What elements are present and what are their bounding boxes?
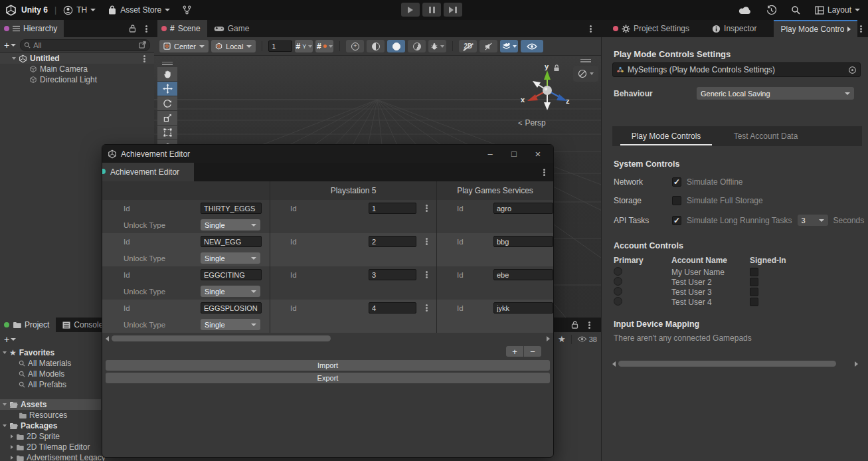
hierarchy-item-directional-light[interactable]: Directional Light bbox=[0, 74, 154, 85]
export-button[interactable]: Export bbox=[106, 373, 550, 383]
add-row-button[interactable]: + bbox=[506, 346, 523, 357]
effects-toggle-button[interactable] bbox=[408, 40, 426, 52]
simulate-full-storage-checkbox[interactable] bbox=[672, 196, 681, 205]
shading-mode-button[interactable]: + bbox=[346, 40, 364, 52]
add-object-caret[interactable] bbox=[11, 44, 16, 46]
object-picker-icon[interactable] bbox=[848, 66, 857, 74]
panel-menu-icon[interactable] bbox=[145, 28, 147, 30]
ps5-id-input[interactable] bbox=[369, 236, 416, 247]
expand-caret-icon[interactable] bbox=[12, 57, 16, 60]
panel-menu-icon[interactable] bbox=[543, 171, 545, 173]
scroll-left-arrow[interactable] bbox=[106, 336, 109, 341]
projection-label[interactable]: < Persp bbox=[518, 118, 546, 128]
pause-button[interactable] bbox=[422, 3, 441, 17]
achievement-editor-window[interactable]: Achievement Editor – □ × Achievement Edi… bbox=[102, 144, 554, 458]
tab-play-mode-control[interactable]: Play Mode Control bbox=[774, 20, 857, 37]
achievement-id-input[interactable] bbox=[201, 302, 262, 314]
asset-store-menu[interactable]: Asset Store bbox=[108, 5, 170, 15]
tab-scene[interactable]: # Scene bbox=[157, 20, 207, 37]
tab-game[interactable]: Game bbox=[207, 20, 256, 37]
subtab-play-mode-controls[interactable]: Play Mode Controls bbox=[616, 126, 716, 146]
pgs-id-input[interactable] bbox=[493, 236, 553, 247]
hierarchy-search[interactable] bbox=[20, 39, 150, 51]
scene-root-row[interactable]: Untitled bbox=[0, 53, 154, 64]
tab-inspector[interactable]: Inspector bbox=[705, 20, 763, 37]
tab-overflow-icon[interactable] bbox=[847, 27, 851, 32]
scene-visibility-button[interactable] bbox=[521, 40, 543, 52]
settings-object-field[interactable]: MySettings (Play Mode Controls Settings) bbox=[612, 62, 861, 77]
achievement-id-input[interactable] bbox=[201, 203, 262, 214]
panel-menu-icon[interactable] bbox=[860, 28, 862, 30]
dropdown-caret[interactable] bbox=[308, 45, 312, 48]
primary-radio[interactable] bbox=[614, 267, 622, 276]
row-options-icon[interactable] bbox=[426, 207, 428, 209]
move-tool[interactable] bbox=[157, 82, 177, 96]
task-duration-dropdown[interactable]: 3 bbox=[798, 215, 828, 226]
scroll-right-arrow[interactable] bbox=[547, 336, 550, 341]
popout-icon[interactable] bbox=[139, 41, 146, 48]
behaviour-dropdown[interactable]: Generic Local Saving bbox=[697, 87, 854, 100]
rect-tool[interactable] bbox=[157, 126, 177, 139]
row-options-icon[interactable] bbox=[426, 307, 428, 309]
window-titlebar[interactable]: Achievement Editor – □ × bbox=[102, 145, 553, 163]
tab-project-settings[interactable]: Project Settings bbox=[606, 20, 696, 37]
grid-snap-button[interactable]: # bbox=[315, 40, 333, 52]
signed-in-checkbox[interactable] bbox=[750, 268, 758, 276]
lock-icon[interactable] bbox=[129, 25, 136, 33]
overlay-drag-handle[interactable] bbox=[580, 57, 591, 64]
step-button[interactable] bbox=[444, 3, 462, 17]
panel-menu-icon[interactable] bbox=[588, 324, 590, 326]
search-icon[interactable] bbox=[791, 5, 800, 15]
play-button[interactable] bbox=[401, 3, 420, 17]
layers-overlay-button[interactable] bbox=[500, 40, 518, 52]
row-menu-icon[interactable] bbox=[143, 58, 145, 60]
hierarchy-item-main-camera[interactable]: Main Camera bbox=[0, 64, 154, 74]
ps5-id-input[interactable] bbox=[369, 269, 416, 280]
dropdown-caret[interactable] bbox=[440, 45, 444, 48]
scroll-left-arrow[interactable] bbox=[612, 361, 616, 367]
assets-folder-row[interactable]: Assets bbox=[0, 399, 101, 410]
dropdown-caret[interactable] bbox=[513, 45, 517, 48]
pgs-id-input[interactable] bbox=[493, 302, 553, 314]
dropdown-caret[interactable] bbox=[590, 72, 594, 75]
simulate-offline-checkbox[interactable] bbox=[672, 177, 681, 187]
saved-search-star-icon[interactable]: ★ bbox=[558, 335, 566, 343]
create-asset-caret[interactable] bbox=[11, 338, 16, 341]
layout-menu[interactable]: Layout bbox=[815, 5, 860, 15]
row-options-icon[interactable] bbox=[426, 240, 428, 242]
pgs-id-input[interactable] bbox=[493, 269, 553, 280]
audio-mute-toggle[interactable] bbox=[479, 40, 497, 52]
primary-radio[interactable] bbox=[614, 297, 622, 306]
cloud-icon[interactable] bbox=[738, 6, 752, 15]
panel-hscrollbar[interactable] bbox=[612, 361, 858, 367]
close-button[interactable]: × bbox=[528, 148, 548, 159]
version-control-icon[interactable] bbox=[182, 5, 192, 15]
create-asset-button[interactable]: + bbox=[4, 334, 9, 345]
scale-tool[interactable] bbox=[157, 111, 177, 125]
achievement-id-input[interactable] bbox=[201, 236, 262, 247]
tool-orientation-dropdown[interactable]: Local bbox=[211, 40, 256, 52]
unlock-type-dropdown[interactable]: Single bbox=[201, 252, 260, 264]
signed-in-checkbox[interactable] bbox=[750, 288, 758, 296]
grid-size-input[interactable] bbox=[268, 41, 292, 52]
minimize-button[interactable]: – bbox=[480, 149, 500, 159]
camera-view-options-button[interactable] bbox=[573, 66, 598, 82]
row-options-icon[interactable] bbox=[426, 274, 428, 276]
view-hand-tool[interactable] bbox=[157, 67, 177, 81]
scroll-right-arrow[interactable] bbox=[855, 361, 858, 367]
gizmo-lock-icon[interactable] bbox=[553, 64, 560, 72]
dropdown-caret[interactable] bbox=[329, 45, 333, 48]
ps5-id-input[interactable] bbox=[369, 302, 416, 314]
unlock-type-dropdown[interactable]: Single bbox=[201, 286, 260, 297]
remove-row-button[interactable]: − bbox=[524, 346, 541, 357]
maximize-button[interactable]: □ bbox=[504, 149, 524, 159]
debug-dropdown-button[interactable] bbox=[428, 40, 446, 52]
lock-icon[interactable] bbox=[571, 321, 578, 329]
undo-history-icon[interactable] bbox=[766, 5, 776, 15]
import-button[interactable]: Import bbox=[106, 360, 550, 371]
signed-in-checkbox[interactable] bbox=[750, 278, 758, 286]
account-menu[interactable]: TH bbox=[63, 5, 96, 15]
signed-in-checkbox[interactable] bbox=[750, 298, 758, 306]
simulate-long-tasks-checkbox[interactable] bbox=[672, 216, 681, 225]
lighting-toggle-button[interactable] bbox=[367, 40, 385, 52]
